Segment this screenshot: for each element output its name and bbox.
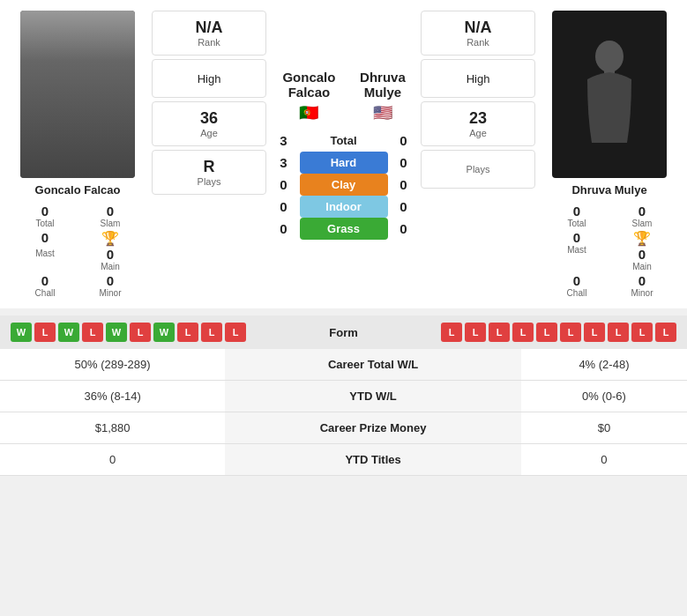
player-left-photo bbox=[20, 11, 135, 178]
left-player-header: Goncalo Falcao 🇵🇹 bbox=[270, 70, 348, 122]
form-section: WLWLWLWLLL Form LLLLLLLLLL bbox=[0, 315, 687, 349]
form-left-pill-7: L bbox=[177, 323, 198, 342]
right-chall-cell: 0 Chall bbox=[548, 273, 606, 298]
left-high-box: High bbox=[152, 59, 266, 98]
left-mast-label: Mast bbox=[35, 249, 55, 258]
stats-row-0: 50% (289-289)Career Total W/L4% (2-48) bbox=[0, 349, 687, 381]
right-mast-cell: 0 Mast bbox=[548, 230, 606, 271]
hard-right: 0 bbox=[395, 155, 413, 170]
right-slam-cell: 0 Slam bbox=[613, 204, 671, 228]
left-main-cell: 🏆 0 Main bbox=[81, 230, 139, 271]
stats-row-left-3: 0 bbox=[0, 444, 225, 476]
right-slam-label: Slam bbox=[632, 219, 653, 228]
left-minor-label: Minor bbox=[99, 288, 121, 298]
form-right-pill-5: L bbox=[560, 323, 581, 342]
left-total-label: Total bbox=[35, 219, 54, 228]
form-right-pill-8: L bbox=[631, 323, 653, 342]
stats-table: 50% (289-289)Career Total W/L4% (2-48)36… bbox=[0, 349, 687, 476]
clay-row: 0 Clay 0 bbox=[270, 174, 417, 196]
hard-badge: Hard bbox=[300, 152, 388, 174]
right-main-value: 0 bbox=[638, 247, 646, 262]
stats-row-left-0: 50% (289-289) bbox=[0, 349, 225, 381]
right-plays-label: Plays bbox=[467, 164, 490, 174]
right-rank-value: N/A bbox=[465, 19, 492, 37]
stats-row-left-1: 36% (8-14) bbox=[0, 381, 225, 412]
right-player-header: Dhruva Mulye 🇺🇸 bbox=[348, 70, 417, 122]
right-chall-value: 0 bbox=[573, 273, 580, 288]
total-right: 0 bbox=[395, 133, 413, 148]
player-right-name: Dhruva Mulye bbox=[571, 183, 646, 197]
right-main-cell: 🏆 0 Main bbox=[613, 230, 671, 271]
silhouette-svg bbox=[579, 37, 640, 152]
left-chall-cell: 0 Chall bbox=[16, 273, 74, 298]
left-plays-value: R bbox=[204, 158, 215, 176]
player-left-name: Goncalo Falcao bbox=[35, 183, 121, 197]
right-total-label: Total bbox=[567, 219, 586, 228]
left-main-value: 0 bbox=[107, 247, 114, 262]
stats-row-left-2: $1,880 bbox=[0, 412, 225, 444]
left-minor-cell: 0 Minor bbox=[81, 273, 139, 298]
player-right-photo bbox=[552, 11, 667, 178]
right-high-value: High bbox=[467, 72, 490, 85]
grass-left: 0 bbox=[275, 221, 293, 236]
right-total-value: 0 bbox=[573, 204, 580, 219]
indoor-badge: Indoor bbox=[300, 196, 388, 218]
right-rank-box: N/A Rank bbox=[421, 11, 535, 56]
left-player-name-center: Goncalo Falcao bbox=[270, 70, 348, 100]
right-age-value: 23 bbox=[469, 109, 487, 128]
stats-row-1: 36% (8-14)YTD W/L0% (0-6) bbox=[0, 381, 687, 412]
stats-row-label-2: Career Prize Money bbox=[225, 412, 521, 444]
trophy-icon-right: 🏆 bbox=[633, 230, 651, 247]
stats-row-right-1: 0% (0-6) bbox=[521, 381, 687, 412]
left-rank-box: N/A Rank bbox=[152, 11, 266, 56]
left-chall-label: Chall bbox=[35, 288, 56, 298]
top-section: Goncalo Falcao 0 Total 0 Slam 0 Mast 🏆 0 bbox=[0, 0, 687, 308]
form-left-pill-8: L bbox=[201, 323, 222, 342]
right-plays-box: Plays bbox=[421, 150, 535, 189]
left-plays-box: R Plays bbox=[152, 150, 266, 195]
player-right-stats: 0 Total 0 Slam 0 Mast 🏆 0 Main 0 bbox=[539, 204, 680, 298]
left-age-box: 36 Age bbox=[152, 101, 266, 146]
left-age-label: Age bbox=[200, 128, 218, 138]
right-chall-label: Chall bbox=[567, 288, 587, 298]
form-right-pill-7: L bbox=[608, 323, 629, 342]
form-right-pill-2: L bbox=[489, 323, 510, 342]
stats-row-label-0: Career Total W/L bbox=[225, 349, 521, 381]
form-left-pill-5: L bbox=[130, 323, 151, 342]
form-right: LLLLLLLLLL bbox=[400, 323, 677, 342]
form-right-pill-1: L bbox=[465, 323, 486, 342]
left-slam-label: Slam bbox=[101, 219, 121, 228]
right-player-name-center: Dhruva Mulye bbox=[348, 70, 417, 100]
indoor-row: 0 Indoor 0 bbox=[270, 196, 417, 218]
right-rank-label: Rank bbox=[467, 37, 489, 48]
hard-left: 3 bbox=[275, 155, 293, 170]
total-badge: Total bbox=[300, 130, 388, 152]
form-right-pill-6: L bbox=[584, 323, 605, 342]
right-minor-label: Minor bbox=[631, 288, 653, 298]
clay-right: 0 bbox=[395, 177, 413, 192]
right-age-box: 23 Age bbox=[421, 101, 535, 146]
form-left-pill-9: L bbox=[225, 323, 246, 342]
player-right: Dhruva Mulye 0 Total 0 Slam 0 Mast 🏆 0 bbox=[539, 11, 680, 298]
indoor-right: 0 bbox=[395, 199, 413, 214]
right-minor-cell: 0 Minor bbox=[613, 273, 671, 298]
form-center-label: Form bbox=[291, 326, 397, 339]
form-right-pill-3: L bbox=[512, 323, 534, 342]
total-row: 3 Total 0 bbox=[270, 130, 417, 152]
left-age-value: 36 bbox=[200, 109, 218, 128]
grass-badge: Grass bbox=[300, 218, 388, 240]
left-mast-cell: 0 Mast bbox=[16, 230, 74, 271]
form-right-pill-0: L bbox=[441, 323, 462, 342]
left-total-cell: 0 Total bbox=[16, 204, 74, 228]
grass-row: 0 Grass 0 bbox=[270, 218, 417, 240]
left-total-value: 0 bbox=[41, 204, 49, 219]
hard-row: 3 Hard 0 bbox=[270, 152, 417, 174]
stats-row-label-1: YTD W/L bbox=[225, 381, 521, 412]
stats-row-right-2: $0 bbox=[521, 412, 687, 444]
right-minor-value: 0 bbox=[638, 273, 646, 288]
right-age-label: Age bbox=[469, 128, 487, 138]
total-left: 3 bbox=[275, 133, 293, 148]
middle-right: N/A Rank High 23 Age Plays bbox=[421, 11, 535, 298]
form-left-pill-0: W bbox=[11, 323, 32, 342]
trophy-icon-left: 🏆 bbox=[101, 230, 119, 247]
